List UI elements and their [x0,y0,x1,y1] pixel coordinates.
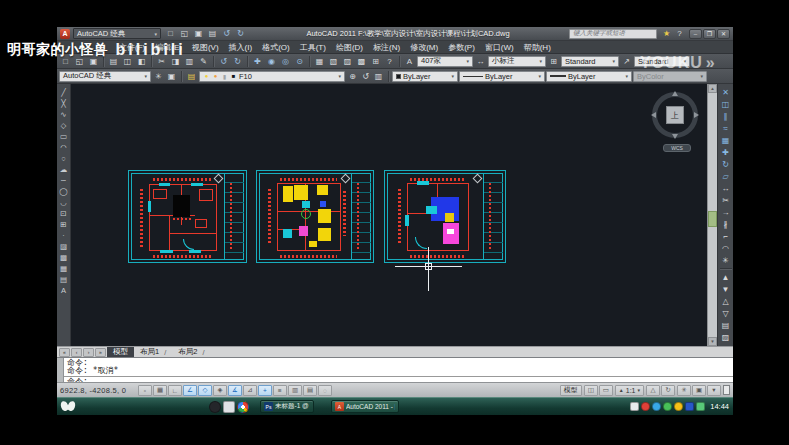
polyline-icon[interactable]: ∿ [58,109,70,119]
text-style-icon[interactable]: A [403,55,416,67]
vertical-scrollbar[interactable] [707,84,717,346]
menu-item[interactable]: 视图(V) [187,42,224,53]
arc-icon[interactable]: ◠ [58,142,70,152]
dim-style-combo[interactable]: 小标注 [488,56,546,67]
dynamic-input-icon[interactable]: + [258,385,272,396]
tab-layout2[interactable]: 布局2 [172,347,210,358]
taskbar-autocad-button[interactable]: A AutoCAD 2011 - [... [331,400,399,413]
undo-icon[interactable]: ↺ [220,28,233,40]
redo-icon[interactable]: ↻ [234,28,247,40]
ortho-mode-icon[interactable]: ∟ [168,385,182,396]
command-gutter[interactable] [57,358,64,382]
status-menu-icon[interactable]: ▾ [707,385,721,396]
tray-security-icon[interactable] [696,402,705,411]
zoom-window-icon[interactable]: ◎ [279,55,292,67]
mirror-icon[interactable]: ∥ [719,110,733,122]
menu-item[interactable]: 绘图(D) [331,42,368,53]
tray-qq-icon[interactable] [674,402,683,411]
scroll-down-icon[interactable] [708,337,717,346]
next-tab-icon[interactable]: › [83,348,94,357]
line-icon[interactable]: ╱ [58,87,70,97]
table-icon[interactable]: ▤ [58,274,70,284]
autocad-logo-icon[interactable]: A [60,29,70,39]
pan-icon[interactable]: ✚ [251,55,264,67]
viewcube-south-icon[interactable] [672,134,678,139]
menu-item[interactable]: 参数(P) [443,42,480,53]
layer-color-swatch-icon[interactable]: ■ [230,72,237,81]
quickcalc-icon[interactable]: ⊞ [369,55,382,67]
text-to-front-icon[interactable]: ▤ [719,319,733,331]
quick-view-drawings-icon[interactable]: ▭ [599,385,613,396]
prev-tab-icon[interactable]: ‹ [71,348,82,357]
viewcube-east-icon[interactable] [694,112,699,118]
table-style-combo[interactable]: Standard [561,56,619,67]
restore-button[interactable]: ❐ [703,29,716,39]
hatch-to-back-icon[interactable]: ▨ [719,331,733,343]
show-desktop-icon[interactable] [209,401,221,413]
zoom-realtime-icon[interactable]: ◉ [265,55,278,67]
tool-palettes-icon[interactable]: ▨ [341,55,354,67]
viewcube-north-icon[interactable] [672,91,678,96]
fillet-icon[interactable]: ◠ [719,242,733,254]
redo-icon[interactable]: ↻ [231,55,244,67]
plot-icon[interactable]: ▤ [206,28,219,40]
undo-icon[interactable]: ↺ [217,55,230,67]
last-tab-icon[interactable]: » [95,348,106,357]
copy-icon[interactable]: ◫ [719,98,733,110]
ellipse-arc-icon[interactable]: ◡ [58,197,70,207]
insert-block-icon[interactable]: ⊡ [58,208,70,218]
layer-previous-icon[interactable]: ↺ [359,70,372,82]
menu-item[interactable]: 格式(O) [257,42,295,53]
menu-item[interactable]: 标注(N) [368,42,405,53]
send-under-icon[interactable]: ▽ [719,307,733,319]
lineweight-display-icon[interactable]: ≡ [273,385,287,396]
exchange-star-icon[interactable]: ★ [660,28,673,40]
tray-ime-icon[interactable] [630,402,639,411]
launcher-doc-icon[interactable] [223,401,235,413]
bring-above-icon[interactable]: △ [719,295,733,307]
extend-icon[interactable]: → [719,206,733,218]
zoom-previous-icon[interactable]: ⊙ [293,55,306,67]
minimize-button[interactable]: – [689,29,702,39]
chamfer-icon[interactable]: ⌐ [719,230,733,242]
object-snap-icon[interactable]: ◇ [198,385,212,396]
match-properties-icon[interactable]: ✎ [197,55,210,67]
viewcube[interactable]: 上 [652,92,698,138]
3d-object-snap-icon[interactable]: ◈ [213,385,227,396]
selection-cycling-icon[interactable]: ◌ [318,385,332,396]
hatch-icon[interactable]: ▨ [58,241,70,251]
erase-icon[interactable]: ✕ [719,86,733,98]
annotation-visibility-icon[interactable]: △ [646,385,660,396]
save-file-icon[interactable]: ▣ [192,28,205,40]
layer-lock-icon[interactable]: ▮ [221,72,228,81]
new-file-icon[interactable]: □ [164,28,177,40]
array-icon[interactable]: ▦ [719,134,733,146]
viewcube-wcs-menu[interactable]: WCS [663,144,691,152]
workspace-save-icon[interactable]: ▣ [165,70,178,82]
viewcube-top-face[interactable]: 上 [666,106,684,124]
menu-item[interactable]: 修改(M) [405,42,443,53]
lineweight-combo[interactable]: ByLayer [546,71,632,82]
multiline-text-icon[interactable]: A [58,285,70,295]
menu-item[interactable]: 窗口(W) [480,42,519,53]
annotation-scale-button[interactable]: 1:1 [615,385,644,396]
layer-freeze-sun-icon[interactable]: ● [212,72,219,81]
taskbar-butterfly-logo-icon[interactable] [61,401,76,413]
make-layer-current-icon[interactable]: ⊕ [346,70,359,82]
snap-mode-icon[interactable]: ▫ [138,385,152,396]
grid-display-icon[interactable]: ▦ [153,385,167,396]
viewcube-west-icon[interactable] [651,112,656,118]
region-icon[interactable]: ▦ [58,263,70,273]
quick-view-layouts-icon[interactable]: ◫ [584,385,598,396]
tab-model[interactable]: 模型 [107,347,134,358]
sheetset-manager-icon[interactable]: ▩ [355,55,368,67]
construction-line-icon[interactable]: ╳ [58,98,70,108]
polar-tracking-icon[interactable]: ∠ [183,385,197,396]
color-combo[interactable]: ByLayer [392,71,458,82]
tray-messenger-icon[interactable] [652,402,661,411]
menu-item[interactable]: 工具(T) [295,42,331,53]
properties-palette-icon[interactable]: ▦ [313,55,326,67]
taskbar-photoshop-button[interactable]: Ps 未标题-1 @ 32.7... [260,400,314,413]
workspaces-combo[interactable]: AutoCAD 经典 [59,71,151,82]
tray-green-app-icon[interactable] [663,402,672,411]
